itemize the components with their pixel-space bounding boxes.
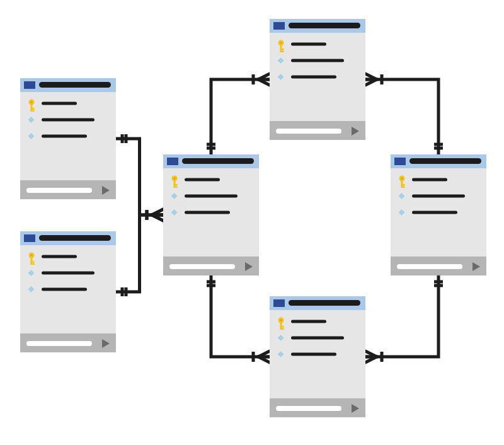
svg-rect-79: [282, 51, 284, 53]
attribute-line: [185, 195, 238, 198]
attribute-line: [291, 59, 344, 62]
attribute-line: [185, 178, 220, 182]
svg-rect-101: [403, 187, 405, 188]
svg-rect-71: [273, 22, 285, 30]
svg-rect-72: [289, 23, 360, 28]
attribute-line: [291, 320, 326, 323]
entity-table-t4[interactable]: [270, 19, 365, 140]
attribute-line: [412, 178, 447, 182]
attribute-line: [291, 43, 326, 46]
svg-rect-93: [394, 158, 406, 165]
relationship-r5: [365, 74, 443, 154]
svg-rect-60: [167, 158, 178, 165]
svg-rect-52: [26, 341, 92, 346]
svg-point-65: [173, 177, 175, 179]
attribute-line: [42, 102, 77, 105]
svg-rect-63: [169, 264, 235, 269]
svg-rect-41: [26, 188, 92, 193]
svg-rect-88: [280, 323, 282, 330]
entity-table-t6[interactable]: [391, 154, 486, 275]
svg-rect-85: [276, 406, 341, 411]
svg-rect-61: [182, 158, 254, 164]
svg-rect-74: [276, 129, 341, 134]
svg-rect-57: [32, 263, 35, 265]
attribute-line: [291, 353, 336, 356]
relationship-r6: [365, 275, 443, 362]
svg-point-98: [401, 177, 403, 179]
svg-rect-68: [175, 187, 178, 188]
svg-rect-67: [175, 184, 178, 186]
svg-rect-39: [39, 82, 111, 88]
svg-rect-66: [173, 181, 175, 188]
attribute-line: [42, 288, 87, 291]
svg-point-54: [30, 254, 32, 256]
relationship-r1: [116, 134, 163, 221]
er-diagram: [0, 0, 504, 445]
svg-rect-96: [397, 264, 462, 269]
relationship-r4: [207, 275, 270, 362]
attribute-line: [185, 211, 230, 214]
svg-rect-100: [403, 184, 405, 186]
attribute-line: [42, 118, 94, 122]
svg-rect-56: [32, 261, 35, 263]
entity-table-t5[interactable]: [270, 296, 365, 417]
svg-rect-82: [273, 299, 285, 307]
attribute-line: [412, 211, 457, 214]
svg-rect-46: [32, 110, 35, 112]
attribute-line: [291, 76, 336, 79]
entity-table-t2[interactable]: [20, 231, 116, 352]
svg-rect-77: [280, 45, 282, 52]
attribute-line: [42, 255, 77, 258]
attribute-line: [291, 337, 344, 340]
attribute-line: [42, 135, 87, 138]
svg-rect-83: [289, 300, 360, 306]
relationship-r2: [116, 209, 163, 296]
svg-rect-94: [410, 158, 481, 164]
svg-point-43: [30, 101, 32, 103]
svg-rect-38: [24, 81, 35, 89]
entity-table-t3[interactable]: [163, 154, 259, 275]
svg-rect-44: [30, 105, 32, 112]
svg-rect-90: [282, 328, 284, 330]
entity-table-t1[interactable]: [20, 78, 116, 199]
svg-rect-50: [39, 235, 111, 241]
svg-rect-89: [282, 326, 284, 328]
attribute-line: [412, 195, 465, 198]
svg-rect-99: [401, 181, 403, 188]
svg-point-87: [280, 319, 282, 321]
attribute-line: [42, 272, 94, 275]
svg-rect-45: [32, 108, 35, 110]
svg-rect-78: [282, 49, 284, 50]
svg-rect-49: [24, 234, 35, 242]
relationship-r3: [207, 74, 270, 154]
svg-rect-55: [30, 258, 32, 265]
svg-point-76: [280, 42, 282, 43]
